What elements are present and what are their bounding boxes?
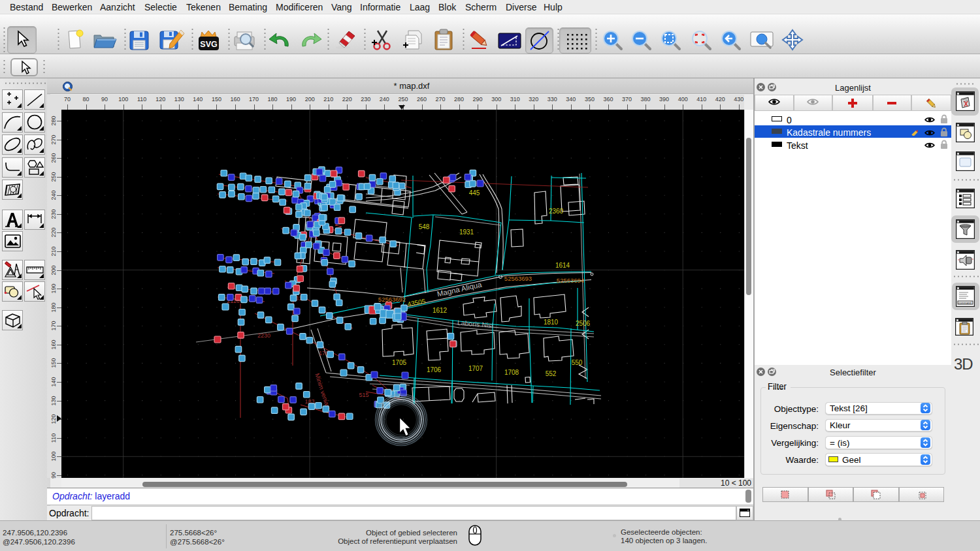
svg-text:1705: 1705 (392, 359, 407, 366)
svg-text:command: command (958, 302, 972, 305)
svg-text:550: 550 (572, 359, 583, 366)
svg-text:1810: 1810 (544, 319, 559, 326)
svg-text:1614: 1614 (555, 262, 570, 269)
svg-text:1612: 1612 (433, 307, 448, 314)
svg-text:1706: 1706 (427, 366, 442, 373)
svg-text:552: 552 (546, 370, 557, 377)
svg-text:1707: 1707 (468, 365, 483, 372)
svg-text:515: 515 (359, 392, 368, 398)
svg-text:1931: 1931 (459, 228, 474, 236)
svg-text:52563693: 52563693 (504, 275, 532, 282)
svg-text:52563694: 52563694 (557, 277, 584, 284)
svg-text:445: 445 (469, 189, 480, 197)
svg-text:SVG: SVG (200, 40, 217, 49)
svg-text:2506: 2506 (576, 320, 591, 327)
svg-text:52563692: 52563692 (378, 296, 406, 303)
svg-text:2230: 2230 (257, 332, 270, 339)
svg-text:2360: 2360 (549, 208, 564, 215)
svg-text:1708: 1708 (504, 369, 519, 376)
svg-text:548: 548 (419, 223, 430, 230)
